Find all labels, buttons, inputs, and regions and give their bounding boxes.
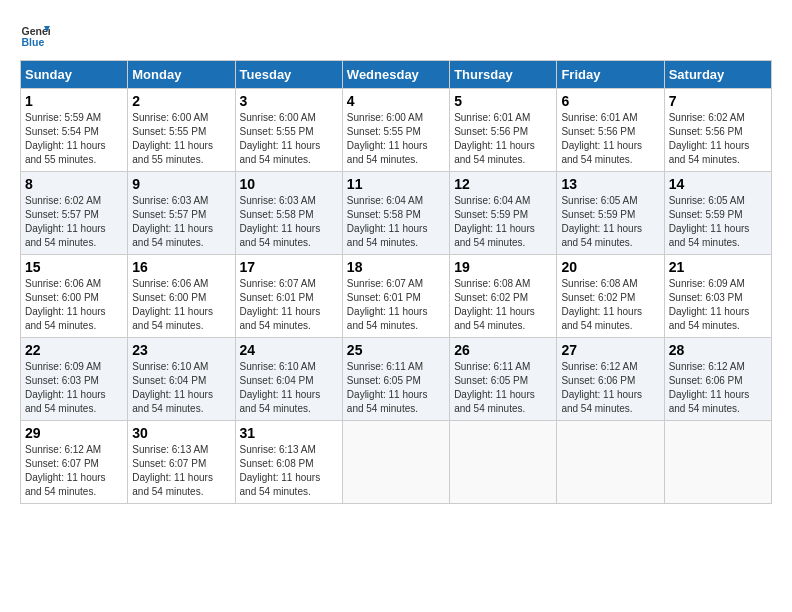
day-info: Sunrise: 6:02 AM Sunset: 5:57 PM Dayligh… <box>25 194 123 250</box>
calendar-week-4: 22Sunrise: 6:09 AM Sunset: 6:03 PM Dayli… <box>21 338 772 421</box>
calendar-cell: 8Sunrise: 6:02 AM Sunset: 5:57 PM Daylig… <box>21 172 128 255</box>
day-number: 21 <box>669 259 767 275</box>
day-info: Sunrise: 6:08 AM Sunset: 6:02 PM Dayligh… <box>561 277 659 333</box>
calendar-cell: 21Sunrise: 6:09 AM Sunset: 6:03 PM Dayli… <box>664 255 771 338</box>
day-info: Sunrise: 6:10 AM Sunset: 6:04 PM Dayligh… <box>240 360 338 416</box>
day-info: Sunrise: 6:11 AM Sunset: 6:05 PM Dayligh… <box>454 360 552 416</box>
day-info: Sunrise: 6:10 AM Sunset: 6:04 PM Dayligh… <box>132 360 230 416</box>
calendar-cell: 27Sunrise: 6:12 AM Sunset: 6:06 PM Dayli… <box>557 338 664 421</box>
day-info: Sunrise: 6:12 AM Sunset: 6:06 PM Dayligh… <box>561 360 659 416</box>
calendar-cell: 17Sunrise: 6:07 AM Sunset: 6:01 PM Dayli… <box>235 255 342 338</box>
calendar-cell <box>342 421 449 504</box>
calendar-week-2: 8Sunrise: 6:02 AM Sunset: 5:57 PM Daylig… <box>21 172 772 255</box>
day-info: Sunrise: 6:06 AM Sunset: 6:00 PM Dayligh… <box>25 277 123 333</box>
calendar-table: SundayMondayTuesdayWednesdayThursdayFrid… <box>20 60 772 504</box>
calendar-cell: 7Sunrise: 6:02 AM Sunset: 5:56 PM Daylig… <box>664 89 771 172</box>
calendar-cell: 29Sunrise: 6:12 AM Sunset: 6:07 PM Dayli… <box>21 421 128 504</box>
day-number: 16 <box>132 259 230 275</box>
day-number: 11 <box>347 176 445 192</box>
day-number: 27 <box>561 342 659 358</box>
day-info: Sunrise: 6:13 AM Sunset: 6:08 PM Dayligh… <box>240 443 338 499</box>
calendar-body: 1Sunrise: 5:59 AM Sunset: 5:54 PM Daylig… <box>21 89 772 504</box>
day-number: 23 <box>132 342 230 358</box>
svg-text:Blue: Blue <box>22 36 45 48</box>
weekday-header-wednesday: Wednesday <box>342 61 449 89</box>
day-number: 26 <box>454 342 552 358</box>
day-number: 24 <box>240 342 338 358</box>
weekday-header-sunday: Sunday <box>21 61 128 89</box>
day-number: 1 <box>25 93 123 109</box>
day-number: 5 <box>454 93 552 109</box>
calendar-cell: 4Sunrise: 6:00 AM Sunset: 5:55 PM Daylig… <box>342 89 449 172</box>
calendar-cell: 6Sunrise: 6:01 AM Sunset: 5:56 PM Daylig… <box>557 89 664 172</box>
day-info: Sunrise: 6:02 AM Sunset: 5:56 PM Dayligh… <box>669 111 767 167</box>
day-number: 25 <box>347 342 445 358</box>
day-info: Sunrise: 6:06 AM Sunset: 6:00 PM Dayligh… <box>132 277 230 333</box>
calendar-cell: 22Sunrise: 6:09 AM Sunset: 6:03 PM Dayli… <box>21 338 128 421</box>
calendar-cell: 2Sunrise: 6:00 AM Sunset: 5:55 PM Daylig… <box>128 89 235 172</box>
day-number: 28 <box>669 342 767 358</box>
day-info: Sunrise: 6:04 AM Sunset: 5:59 PM Dayligh… <box>454 194 552 250</box>
calendar-cell: 28Sunrise: 6:12 AM Sunset: 6:06 PM Dayli… <box>664 338 771 421</box>
day-number: 22 <box>25 342 123 358</box>
calendar-week-3: 15Sunrise: 6:06 AM Sunset: 6:00 PM Dayli… <box>21 255 772 338</box>
calendar-cell: 11Sunrise: 6:04 AM Sunset: 5:58 PM Dayli… <box>342 172 449 255</box>
calendar-week-5: 29Sunrise: 6:12 AM Sunset: 6:07 PM Dayli… <box>21 421 772 504</box>
calendar-cell: 24Sunrise: 6:10 AM Sunset: 6:04 PM Dayli… <box>235 338 342 421</box>
day-number: 8 <box>25 176 123 192</box>
day-number: 12 <box>454 176 552 192</box>
calendar-cell: 16Sunrise: 6:06 AM Sunset: 6:00 PM Dayli… <box>128 255 235 338</box>
calendar-cell <box>450 421 557 504</box>
calendar-cell: 12Sunrise: 6:04 AM Sunset: 5:59 PM Dayli… <box>450 172 557 255</box>
day-info: Sunrise: 6:04 AM Sunset: 5:58 PM Dayligh… <box>347 194 445 250</box>
calendar-cell: 18Sunrise: 6:07 AM Sunset: 6:01 PM Dayli… <box>342 255 449 338</box>
day-info: Sunrise: 6:12 AM Sunset: 6:06 PM Dayligh… <box>669 360 767 416</box>
calendar-cell: 26Sunrise: 6:11 AM Sunset: 6:05 PM Dayli… <box>450 338 557 421</box>
day-info: Sunrise: 6:09 AM Sunset: 6:03 PM Dayligh… <box>25 360 123 416</box>
weekday-header-thursday: Thursday <box>450 61 557 89</box>
calendar-cell <box>557 421 664 504</box>
day-number: 4 <box>347 93 445 109</box>
day-info: Sunrise: 6:01 AM Sunset: 5:56 PM Dayligh… <box>454 111 552 167</box>
weekday-header-tuesday: Tuesday <box>235 61 342 89</box>
logo-icon: General Blue <box>20 20 50 50</box>
day-number: 15 <box>25 259 123 275</box>
day-info: Sunrise: 6:11 AM Sunset: 6:05 PM Dayligh… <box>347 360 445 416</box>
day-info: Sunrise: 6:05 AM Sunset: 5:59 PM Dayligh… <box>669 194 767 250</box>
day-number: 2 <box>132 93 230 109</box>
calendar-cell: 14Sunrise: 6:05 AM Sunset: 5:59 PM Dayli… <box>664 172 771 255</box>
calendar-cell: 9Sunrise: 6:03 AM Sunset: 5:57 PM Daylig… <box>128 172 235 255</box>
calendar-cell: 31Sunrise: 6:13 AM Sunset: 6:08 PM Dayli… <box>235 421 342 504</box>
day-info: Sunrise: 6:07 AM Sunset: 6:01 PM Dayligh… <box>347 277 445 333</box>
calendar-cell: 13Sunrise: 6:05 AM Sunset: 5:59 PM Dayli… <box>557 172 664 255</box>
weekday-header-friday: Friday <box>557 61 664 89</box>
day-info: Sunrise: 6:05 AM Sunset: 5:59 PM Dayligh… <box>561 194 659 250</box>
page-header: General Blue <box>20 20 772 50</box>
day-number: 31 <box>240 425 338 441</box>
day-info: Sunrise: 6:03 AM Sunset: 5:57 PM Dayligh… <box>132 194 230 250</box>
calendar-week-1: 1Sunrise: 5:59 AM Sunset: 5:54 PM Daylig… <box>21 89 772 172</box>
day-info: Sunrise: 6:09 AM Sunset: 6:03 PM Dayligh… <box>669 277 767 333</box>
day-number: 19 <box>454 259 552 275</box>
day-number: 7 <box>669 93 767 109</box>
day-info: Sunrise: 6:08 AM Sunset: 6:02 PM Dayligh… <box>454 277 552 333</box>
day-info: Sunrise: 6:12 AM Sunset: 6:07 PM Dayligh… <box>25 443 123 499</box>
calendar-cell: 10Sunrise: 6:03 AM Sunset: 5:58 PM Dayli… <box>235 172 342 255</box>
calendar-cell: 25Sunrise: 6:11 AM Sunset: 6:05 PM Dayli… <box>342 338 449 421</box>
calendar-header-row: SundayMondayTuesdayWednesdayThursdayFrid… <box>21 61 772 89</box>
day-number: 30 <box>132 425 230 441</box>
calendar-cell: 15Sunrise: 6:06 AM Sunset: 6:00 PM Dayli… <box>21 255 128 338</box>
day-info: Sunrise: 6:00 AM Sunset: 5:55 PM Dayligh… <box>132 111 230 167</box>
day-number: 18 <box>347 259 445 275</box>
day-info: Sunrise: 6:13 AM Sunset: 6:07 PM Dayligh… <box>132 443 230 499</box>
day-info: Sunrise: 6:00 AM Sunset: 5:55 PM Dayligh… <box>240 111 338 167</box>
day-info: Sunrise: 5:59 AM Sunset: 5:54 PM Dayligh… <box>25 111 123 167</box>
day-info: Sunrise: 6:07 AM Sunset: 6:01 PM Dayligh… <box>240 277 338 333</box>
calendar-cell: 1Sunrise: 5:59 AM Sunset: 5:54 PM Daylig… <box>21 89 128 172</box>
day-number: 6 <box>561 93 659 109</box>
calendar-cell: 23Sunrise: 6:10 AM Sunset: 6:04 PM Dayli… <box>128 338 235 421</box>
day-info: Sunrise: 6:03 AM Sunset: 5:58 PM Dayligh… <box>240 194 338 250</box>
day-number: 3 <box>240 93 338 109</box>
calendar-cell: 3Sunrise: 6:00 AM Sunset: 5:55 PM Daylig… <box>235 89 342 172</box>
calendar-cell: 30Sunrise: 6:13 AM Sunset: 6:07 PM Dayli… <box>128 421 235 504</box>
